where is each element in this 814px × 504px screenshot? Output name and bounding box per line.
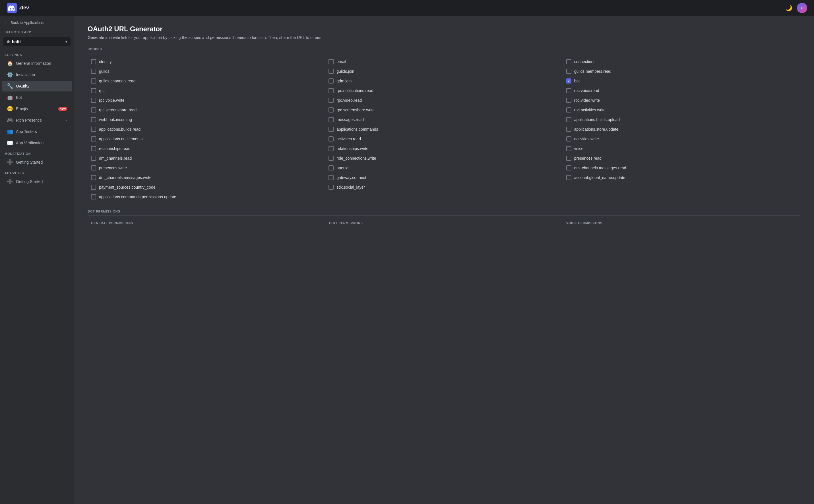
scope-item-bot[interactable]: bot (563, 76, 800, 86)
scope-item-dm-channels-read[interactable]: dm_channels.read (88, 153, 325, 163)
scope-item-rpc-notifications-read[interactable]: rpc.notifications.read (325, 86, 562, 95)
scope-item-role-connections-write[interactable]: role_connections.write (325, 153, 562, 163)
scope-item-rpc-video-write[interactable]: rpc.video.write (563, 95, 800, 105)
sidebar-item-app-testers[interactable]: 👥 App Testers (2, 126, 72, 137)
scope-checkbox-account-global-name-update[interactable] (566, 175, 571, 180)
scope-checkbox-webhook-incoming[interactable] (91, 117, 96, 122)
scope-item-applications-store-update[interactable]: applications.store.update (563, 124, 800, 134)
scope-checkbox-messages-read[interactable] (329, 117, 334, 122)
scope-item-rpc-activities-write[interactable]: rpc.activities.write (563, 105, 800, 115)
scope-checkbox-rpc-screenshare-read[interactable] (91, 107, 96, 113)
scope-item-sdk-social-layer[interactable]: sdk.social_layer (325, 182, 562, 192)
scope-item-guilds-channels-read[interactable]: guilds.channels.read (88, 76, 325, 86)
scope-item-gdm-join[interactable]: gdm.join (325, 76, 562, 86)
scope-checkbox-rpc-voice-read[interactable] (566, 88, 571, 93)
scope-item-openid[interactable]: openid (325, 163, 562, 173)
scope-item-email[interactable]: email (325, 57, 562, 66)
scope-checkbox-presences-read[interactable] (566, 156, 571, 161)
scope-checkbox-email[interactable] (329, 59, 334, 64)
avatar[interactable]: U (797, 3, 807, 13)
scope-checkbox-rpc-voice-write[interactable] (91, 98, 96, 103)
sidebar-item-monetization-getting-started[interactable]: ➕ Getting Started (2, 157, 72, 168)
sidebar-item-oauth2[interactable]: 🔧 OAuth2 (2, 81, 72, 91)
scope-checkbox-activities-write[interactable] (566, 136, 571, 141)
scope-item-activities-write[interactable]: activities.write (563, 134, 800, 144)
scope-item-relationships-read[interactable]: relationships.read (88, 144, 325, 153)
scope-checkbox-identify[interactable] (91, 59, 96, 64)
scope-item-rpc-voice-write[interactable]: rpc.voice.write (88, 95, 325, 105)
scope-item-rpc[interactable]: rpc (88, 86, 325, 95)
scope-checkbox-gateway-connect[interactable] (329, 175, 334, 180)
scope-item-rpc-video-read[interactable]: rpc.video.read (325, 95, 562, 105)
scope-checkbox-relationships-write[interactable] (329, 146, 334, 151)
scope-checkbox-rpc[interactable] (91, 88, 96, 93)
scope-item-webhook-incoming[interactable]: webhook.incoming (88, 115, 325, 124)
scope-checkbox-presences-write[interactable] (91, 165, 96, 170)
scope-checkbox-guilds[interactable] (91, 69, 96, 74)
scope-checkbox-gdm-join[interactable] (329, 78, 334, 84)
sidebar-item-rich-presence[interactable]: 🎮 Rich Presence › (2, 115, 72, 126)
scope-item-presences-write[interactable]: presences.write (88, 163, 325, 173)
main-content: OAuth2 URL Generator Generate an invite … (74, 16, 814, 504)
scope-item-applications-builds-read[interactable]: applications.builds.read (88, 124, 325, 134)
sidebar-item-emojis[interactable]: 😊 Emojis NEW (2, 103, 72, 114)
scope-item-voice[interactable]: voice (563, 144, 800, 153)
scope-item-applications-commands[interactable]: applications.commands (325, 124, 562, 134)
theme-toggle-icon[interactable]: 🌙 (785, 5, 792, 11)
scope-checkbox-rpc-screenshare-write[interactable] (329, 107, 334, 113)
scope-item-applications-commands-permissions-update[interactable]: applications.commands.permissions.update (88, 192, 800, 202)
scope-checkbox-sdk-social-layer[interactable] (329, 185, 334, 190)
scope-item-relationships-write[interactable]: relationships.write (325, 144, 562, 153)
discord-logo[interactable]: .dev (7, 3, 29, 13)
scope-checkbox-bot[interactable] (566, 78, 571, 84)
sidebar-item-activities-getting-started[interactable]: ➕ Getting Started (2, 176, 72, 187)
app-selector-dropdown[interactable]: bottt ▾ (3, 37, 70, 46)
scope-item-activities-read[interactable]: activities.read (325, 134, 562, 144)
sidebar-item-installation[interactable]: ⚙️ Installation (2, 69, 72, 80)
scope-checkbox-applications-store-update[interactable] (566, 127, 571, 132)
scope-checkbox-applications-builds-upload[interactable] (566, 117, 571, 122)
scope-item-guilds-members-read[interactable]: guilds.members.read (563, 66, 800, 76)
scope-checkbox-relationships-read[interactable] (91, 146, 96, 151)
scope-item-guilds[interactable]: guilds (88, 66, 325, 76)
scope-item-rpc-screenshare-read[interactable]: rpc.screenshare.read (88, 105, 325, 115)
scope-item-rpc-screenshare-write[interactable]: rpc.screenshare.write (325, 105, 562, 115)
scope-checkbox-applications-commands-permissions-update[interactable] (91, 194, 96, 199)
scope-item-account-global-name-update[interactable]: account.global_name.update (563, 173, 800, 182)
scope-checkbox-guilds-members-read[interactable] (566, 69, 571, 74)
scope-item-payment-sources-country-code[interactable]: payment_sources.country_code (88, 182, 325, 192)
scope-item-rpc-voice-read[interactable]: rpc.voice.read (563, 86, 800, 95)
scope-checkbox-applications-entitlements[interactable] (91, 136, 96, 141)
scope-item-guilds-join[interactable]: guilds.join (325, 66, 562, 76)
scope-checkbox-rpc-notifications-read[interactable] (329, 88, 334, 93)
scope-item-applications-entitlements[interactable]: applications.entitlements (88, 134, 325, 144)
scope-checkbox-role-connections-write[interactable] (329, 156, 334, 161)
back-to-applications-link[interactable]: ← Back to Applications (0, 16, 74, 27)
sidebar-item-general[interactable]: 🏠 General Information (2, 58, 72, 69)
scope-item-messages-read[interactable]: messages.read (325, 115, 562, 124)
scope-checkbox-guilds-join[interactable] (329, 69, 334, 74)
scope-item-applications-builds-upload[interactable]: applications.builds.upload (563, 115, 800, 124)
scope-checkbox-payment-sources-country-code[interactable] (91, 185, 96, 190)
scope-item-identify[interactable]: identify (88, 57, 325, 66)
scope-item-gateway-connect[interactable]: gateway.connect (325, 173, 562, 182)
scope-checkbox-voice[interactable] (566, 146, 571, 151)
scope-checkbox-rpc-activities-write[interactable] (566, 107, 571, 113)
scope-checkbox-dm-channels-messages-read[interactable] (566, 165, 571, 170)
scope-checkbox-connections[interactable] (566, 59, 571, 64)
scope-item-dm-channels-messages-read[interactable]: dm_channels.messages.read (563, 163, 800, 173)
scope-checkbox-activities-read[interactable] (329, 136, 334, 141)
scope-item-presences-read[interactable]: presences.read (563, 153, 800, 163)
scope-checkbox-guilds-channels-read[interactable] (91, 78, 96, 84)
scope-checkbox-applications-builds-read[interactable] (91, 127, 96, 132)
scope-checkbox-rpc-video-read[interactable] (329, 98, 334, 103)
scope-checkbox-dm-channels-read[interactable] (91, 156, 96, 161)
scope-item-dm-channels-messages-write[interactable]: dm_channels.messages.write (88, 173, 325, 182)
scope-item-connections[interactable]: connections (563, 57, 800, 66)
scope-checkbox-dm-channels-messages-write[interactable] (91, 175, 96, 180)
scope-checkbox-rpc-video-write[interactable] (566, 98, 571, 103)
scope-checkbox-applications-commands[interactable] (329, 127, 334, 132)
sidebar-item-app-verification[interactable]: ✉️ App Verification (2, 138, 72, 148)
scope-checkbox-openid[interactable] (329, 165, 334, 170)
sidebar-item-bot[interactable]: 🤖 Bot (2, 92, 72, 103)
